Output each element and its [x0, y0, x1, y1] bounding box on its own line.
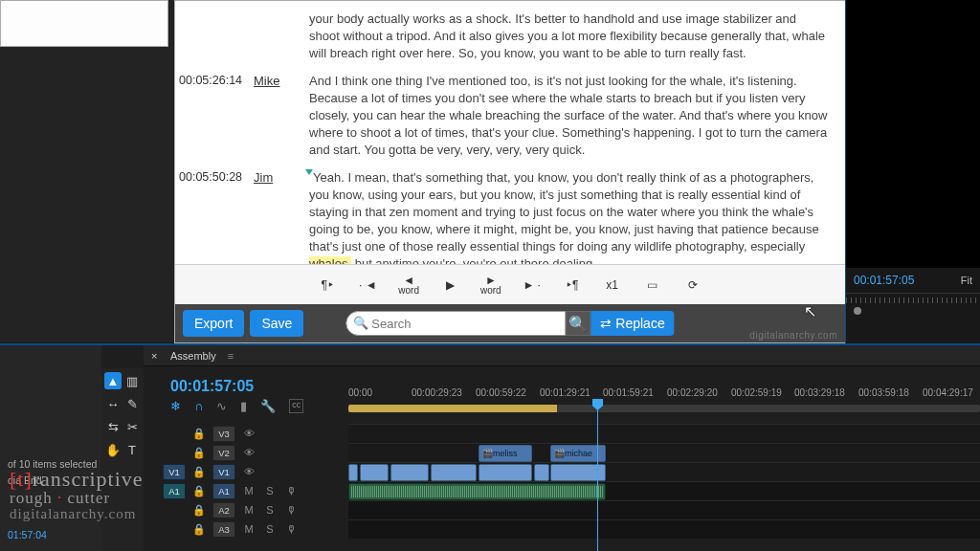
- eye-icon[interactable]: 👁: [241, 445, 256, 460]
- monitor-marker-icon[interactable]: [854, 307, 861, 315]
- track-header-v1[interactable]: V1 🔒 V1 👁: [163, 462, 345, 481]
- video-clip[interactable]: [479, 464, 532, 481]
- next-word-button[interactable]: ►word: [480, 275, 501, 296]
- prev-word-button[interactable]: ◄word: [398, 275, 419, 296]
- ripple-tool-icon[interactable]: ↔: [104, 395, 122, 412]
- slip-tool-icon[interactable]: ⇆: [104, 418, 122, 435]
- track-target[interactable]: A1: [212, 483, 235, 499]
- magnet-toggle-icon[interactable]: ∩: [194, 399, 203, 413]
- type-tool-icon[interactable]: T: [123, 441, 141, 458]
- track-header-a3[interactable]: 🔒 A3 M S 🎙: [163, 519, 345, 539]
- hand-tool-icon[interactable]: ✋: [104, 441, 122, 458]
- cc-icon[interactable]: cc: [289, 399, 303, 413]
- video-clip[interactable]: [534, 464, 549, 481]
- track-target[interactable]: A3: [212, 521, 235, 538]
- ruler-tick: 00:03:29:18: [794, 387, 845, 398]
- save-button[interactable]: Save: [250, 310, 303, 337]
- search-input[interactable]: [345, 311, 566, 336]
- audio-track-a3[interactable]: [348, 519, 980, 539]
- linked-selection-icon[interactable]: ∿: [216, 399, 227, 413]
- transcript-row: 00:05:50:28 Jim Yeah. I mean, that's som…: [179, 169, 828, 265]
- video-clip[interactable]: [360, 464, 389, 481]
- settings-icon[interactable]: 🔧: [260, 399, 276, 413]
- replace-button[interactable]: ⇄Replace: [590, 311, 674, 336]
- video-track-v3[interactable]: [348, 424, 980, 443]
- track-header-a1[interactable]: A1 🔒 A1 M S 🎙: [163, 481, 345, 500]
- monitor-zoom-fit[interactable]: Fit: [961, 275, 972, 286]
- playhead[interactable]: [597, 401, 598, 551]
- track-header-v3[interactable]: 🔒 V3 👁: [163, 424, 345, 443]
- refresh-icon[interactable]: ⟳: [683, 276, 702, 295]
- speaker-name[interactable]: [254, 11, 301, 63]
- monitor-viewport[interactable]: [846, 0, 980, 268]
- transcript-text[interactable]: And I think one thing I've mentioned too…: [309, 73, 828, 160]
- monitor-scrubber[interactable]: [846, 293, 980, 314]
- sequence-timecode[interactable]: 00:01:57:05: [170, 378, 254, 395]
- video-clip[interactable]: [390, 464, 429, 481]
- selection-tool-icon[interactable]: ▲: [104, 372, 122, 389]
- play-icon[interactable]: ▶: [440, 276, 459, 295]
- track-select-tool-icon[interactable]: ▥: [123, 372, 141, 389]
- eye-icon[interactable]: 👁: [241, 464, 256, 479]
- speaker-name[interactable]: Mike: [254, 73, 301, 160]
- monitor-timecode[interactable]: 00:01:57:05: [854, 274, 914, 287]
- audio-track-a1[interactable]: [348, 481, 980, 500]
- audio-clip[interactable]: [348, 483, 606, 500]
- project-pane[interactable]: of 10 items selected dia End 01:57:04: [0, 345, 101, 551]
- lock-icon[interactable]: 🔒: [191, 426, 207, 441]
- project-item-name[interactable]: dia End: [8, 473, 101, 489]
- video-clip[interactable]: 🎬 meliss: [479, 445, 532, 462]
- lock-icon[interactable]: 🔒: [191, 464, 207, 479]
- timeline-ruler[interactable]: 00:00 00:00:29:23 00:00:59:22 00:01:29:2…: [348, 387, 980, 405]
- track-target[interactable]: V2: [212, 445, 235, 461]
- lock-icon[interactable]: 🔒: [191, 502, 207, 518]
- transcript-body[interactable]: your body actually works as a shock. It'…: [175, 1, 845, 264]
- track-target[interactable]: V1: [212, 464, 235, 480]
- lock-icon[interactable]: 🔒: [191, 445, 207, 460]
- paragraph-rtl-icon[interactable]: ‣¶: [563, 276, 582, 295]
- speaker-name[interactable]: Jim: [254, 169, 301, 265]
- transcript-text[interactable]: Yeah. I mean, that's something that, you…: [309, 169, 828, 265]
- mute-toggle[interactable]: M: [241, 521, 256, 537]
- prev-clip-icon[interactable]: · ◄: [358, 276, 377, 295]
- crop-icon[interactable]: ▭: [643, 276, 662, 295]
- solo-toggle[interactable]: S: [262, 502, 278, 518]
- solo-toggle[interactable]: S: [262, 483, 278, 498]
- next-clip-icon[interactable]: ► ·: [523, 276, 542, 295]
- source-patch[interactable]: A1: [163, 483, 186, 499]
- lock-icon[interactable]: 🔒: [191, 521, 207, 537]
- source-patch[interactable]: V1: [163, 464, 186, 480]
- lock-icon[interactable]: 🔒: [191, 483, 207, 498]
- snap-toggle-icon[interactable]: ❄: [170, 399, 181, 413]
- track-header-v2[interactable]: 🔒 V2 👁: [163, 443, 345, 462]
- export-button[interactable]: Export: [183, 310, 244, 337]
- video-clip[interactable]: [348, 464, 358, 481]
- razor-tool-icon[interactable]: ✂: [123, 418, 141, 435]
- sequence-menu-icon[interactable]: ≡: [228, 350, 234, 362]
- work-area-bar[interactable]: [348, 405, 980, 412]
- timeline-tracks[interactable]: 🎬 meliss 🎬 michae: [348, 424, 980, 551]
- track-target[interactable]: V3: [212, 426, 235, 442]
- search-submit-button[interactable]: 🔍: [566, 311, 590, 336]
- pen-tool-icon[interactable]: ✎: [123, 395, 141, 412]
- transcript-text[interactable]: your body actually works as a shock. It'…: [309, 11, 828, 63]
- video-track-v1[interactable]: [348, 462, 980, 481]
- marker-icon[interactable]: ▮: [240, 399, 247, 413]
- video-clip[interactable]: [431, 464, 477, 481]
- highlighted-word[interactable]: whales,: [309, 256, 351, 264]
- mute-toggle[interactable]: M: [241, 483, 256, 498]
- voiceover-icon[interactable]: 🎙: [283, 502, 299, 518]
- voiceover-icon[interactable]: 🎙: [283, 483, 299, 498]
- sequence-tab[interactable]: Assembly: [170, 350, 216, 362]
- eye-icon[interactable]: 👁: [241, 426, 256, 441]
- voiceover-icon[interactable]: 🎙: [283, 521, 299, 537]
- audio-track-a2[interactable]: [348, 500, 980, 519]
- mute-toggle[interactable]: M: [241, 502, 256, 518]
- transcript-row: your body actually works as a shock. It'…: [179, 11, 828, 63]
- video-track-v2[interactable]: 🎬 meliss 🎬 michae: [348, 443, 980, 462]
- paragraph-ltr-icon[interactable]: ¶‣: [318, 276, 337, 295]
- solo-toggle[interactable]: S: [262, 521, 278, 537]
- playback-speed[interactable]: x1: [603, 276, 622, 295]
- track-target[interactable]: A2: [212, 502, 235, 518]
- track-header-a2[interactable]: 🔒 A2 M S 🎙: [163, 500, 345, 519]
